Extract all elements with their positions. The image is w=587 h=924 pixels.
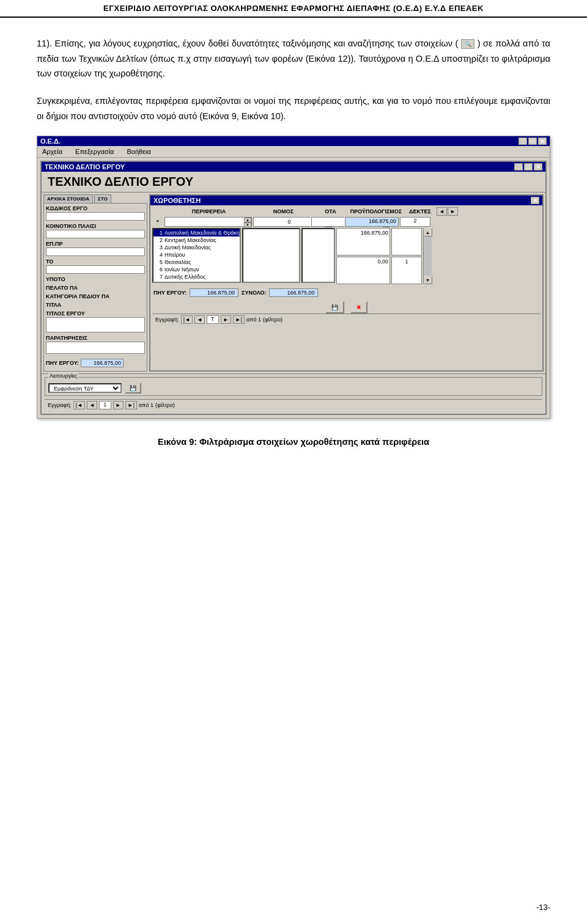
main-nav-prev[interactable]: ◄	[87, 401, 97, 409]
region-item-4[interactable]: 4 Ηπείρου	[153, 251, 240, 258]
main-nav-last[interactable]: ►|	[125, 401, 137, 409]
menu-archeia[interactable]: Αρχεία	[40, 147, 64, 156]
region-item-7[interactable]: 7 Δυτικής Ελλάδος	[153, 273, 240, 280]
main-nav-next[interactable]: ►	[113, 401, 124, 409]
nomos-spinner[interactable]: ▲ ▼	[253, 217, 310, 227]
scroll-up-btn[interactable]: ▲	[424, 228, 432, 237]
totals-row: ΠΗΥ ΕΡΓΟΥ: 166.875,00 ΣΥΝΟΛΟ: 166.875,00	[152, 287, 541, 298]
leitourgia-row: Εμφράνεση ΤΔΥ 💾	[48, 383, 539, 394]
field-paratirisis[interactable]	[46, 342, 145, 354]
leitourgia-group: Λειτουργίες Εμφράνεση ΤΔΥ 💾	[45, 377, 542, 396]
main-nav-first[interactable]: |◄	[73, 401, 85, 409]
xoro-nav-first[interactable]: |◄	[181, 315, 193, 324]
form-row-pelato: ΠΕΛΑΤΟ ΠΑ	[46, 285, 145, 291]
main-nav-from: από 1	[139, 402, 153, 408]
menu-voitheia[interactable]: Βοήθεια	[125, 147, 152, 156]
piy-label-2: ΠΗΥ ΕΡΓΟΥ:	[153, 290, 186, 296]
synolo-value: 166.875,00	[269, 288, 318, 297]
periferia-input[interactable]	[165, 218, 244, 226]
tab-archika[interactable]: ΑΡΧΙΚΑ ΣΤΟΙΧΕΙΑ	[43, 194, 93, 203]
minimize-btn[interactable]: _	[519, 138, 527, 145]
action-buttons: 💾 ✖	[152, 301, 541, 314]
figure-caption: Εικόνα 9: Φιλτράρισμα στοιχείων χωροθέτη…	[37, 437, 550, 447]
ota-spinner[interactable]: ▲ ▼	[311, 217, 344, 227]
proulogi-section: 166.875,00 0,00	[336, 228, 390, 284]
xoro-nav-prev[interactable]: ◄	[194, 315, 205, 324]
field-ep[interactable]	[46, 248, 145, 256]
label-koinotiko: ΚΟΙΝΟΤΙΚΟ ΠΛΑΙΣΙ	[46, 223, 145, 229]
col-ota: ΟΤΑ	[314, 208, 347, 215]
inner-window-controls[interactable]: _ □ ✕	[514, 163, 542, 170]
periferia-spinner-btns[interactable]: ▲ ▼	[244, 218, 251, 226]
close-btn[interactable]: ✕	[538, 138, 547, 145]
spinner-row: * ▲ ▼	[152, 217, 541, 227]
left-totals: ΠΗΥ ΕΡΓΟΥ: 166.875,00	[46, 359, 145, 367]
region-item-6[interactable]: 6 Ιονίων Νήσων	[153, 266, 240, 273]
region-item-3[interactable]: 3 Δυτική Μακεδονίας	[153, 244, 240, 251]
page-number: -13-	[536, 903, 550, 912]
leitourgia-select[interactable]: Εμφράνεση ΤΔΥ	[48, 383, 122, 393]
dektes-nav[interactable]: ◄ ►	[437, 207, 458, 216]
xoro-nav-last[interactable]: ►|	[233, 315, 245, 324]
field-titlos[interactable]	[46, 317, 145, 332]
main-nav-input[interactable]: 1	[99, 401, 111, 409]
inner-title-bar: ΤΕΧΝΙΚΟ ΔΕΛΤΙΟ ΕΡΓΟΥ _ □ ✕	[42, 162, 545, 172]
field-kodikos[interactable]	[46, 212, 145, 221]
proulogi-bot-val: 0,00	[338, 258, 388, 265]
dektes-next-btn[interactable]: ►	[448, 207, 458, 216]
xoro-nav-record[interactable]: T	[207, 315, 219, 324]
form-row-kathigoria: ΚΑΤΗΓΟΡΙΑ ΠΕΔΙΟΥ ΠΑ	[46, 293, 145, 299]
synolo-label: ΣΥΝΟΛΟ:	[242, 290, 266, 296]
xoro-nav-label: Εγγραφή:	[155, 317, 179, 323]
bottom-section: Λειτουργίες Εμφράνεση ΤΔΥ 💾 Εγγραφή: |◄ …	[42, 373, 545, 414]
field-to[interactable]	[46, 265, 145, 274]
main-nav-filter: (φίλτρο)	[155, 402, 175, 408]
region-item-5[interactable]: 5 Θεσσαλίας	[153, 258, 240, 266]
maximize-btn[interactable]: □	[528, 138, 537, 145]
cancel-action-btn[interactable]: ✖	[350, 301, 367, 314]
form-row-ep: ΕΠ.ΠΡ	[46, 241, 145, 256]
scroll-track	[424, 237, 432, 276]
label-pelato: ΠΕΛΑΤΟ ΠΑ	[46, 285, 145, 291]
inner-maximize-btn[interactable]: □	[524, 163, 533, 170]
nomos-list[interactable]	[242, 228, 300, 283]
proulogi-bottom: 0,00	[336, 257, 390, 284]
dektes-prev-btn[interactable]: ◄	[437, 207, 447, 216]
form-row-koinotiko: ΚΟΙΝΟΤΙΚΟ ΠΛΑΙΣΙ	[46, 223, 145, 238]
ota-list[interactable]	[301, 228, 335, 283]
menu-bar: Αρχεία Επεξεργασία Βοήθεια	[37, 146, 550, 158]
region-item-2[interactable]: 2 Κεντρική Μακεδονίας	[153, 237, 240, 244]
region-list[interactable]: 1 Ανατολική Μακεδονία & Θράκη 2 Κεντρική…	[152, 228, 241, 283]
menu-epexergasia[interactable]: Επεξεργασία	[73, 147, 116, 156]
label-ypoto: ΥΠΟΤΟ	[46, 276, 145, 282]
region-item-1[interactable]: 1 Ανατολική Μακεδονία & Θράκη	[153, 229, 240, 237]
spin-up[interactable]: ▲	[244, 218, 251, 222]
scroll-down-btn[interactable]: ▼	[424, 276, 432, 284]
leitourgia-save-btn[interactable]: 💾	[125, 383, 141, 394]
right-scroll[interactable]: ▲ ▼	[423, 228, 432, 284]
xoro-nav-next[interactable]: ►	[221, 315, 231, 324]
row-num: *	[152, 219, 163, 225]
form-row-ypoto: ΥΠΟΤΟ	[46, 276, 145, 282]
spin-down[interactable]: ▼	[244, 222, 251, 227]
field-koinotiko[interactable]	[46, 230, 145, 238]
paragraph-2: Συγκεκριμένα, επιλέγοντας περιφέρεια εμφ…	[37, 94, 550, 123]
xoro-close-btn[interactable]: ✕	[531, 197, 539, 204]
xoro-nav-filter: (φίλτρο)	[263, 317, 282, 323]
inner-minimize-btn[interactable]: _	[514, 163, 523, 170]
periferia-spinner[interactable]: ▲ ▼	[164, 217, 252, 227]
paragraph-1: 11). Επίσης, για λόγους ευχρηστίας, έχου…	[37, 36, 550, 81]
tab-sto[interactable]: ΣΤΟ	[94, 194, 111, 203]
window-controls[interactable]: _ □ ✕	[519, 138, 547, 145]
inner-close-btn[interactable]: ✕	[534, 163, 542, 170]
main-window-title: Ο.Ε.Δ.	[40, 138, 61, 145]
inner-window: ΤΕΧΝΙΚΟ ΔΕΛΤΙΟ ΕΡΓΟΥ _ □ ✕ ΤΕΧΝΙΚΟ ΔΕΛΤΙ…	[40, 161, 547, 415]
piy-label: ΠΗΥ ΕΡΓΟΥ:	[46, 360, 79, 366]
region-item-8[interactable]: 8 Στερεάς Ελλάδος	[153, 280, 240, 283]
label-titlos: ΤΙΤΛΟΣ ΕΡΓΟΥ	[46, 310, 145, 317]
col-periferia: ΠΕΡΙΦΕΡΕΙΑ	[164, 208, 253, 215]
xoro-title-bar: ΧΩΡΟΘΕΤΗΣΗ ✕	[150, 196, 542, 205]
save-action-btn[interactable]: 💾	[325, 301, 344, 314]
left-panel: ΑΡΧΙΚΑ ΣΤΟΙΧΕΙΑ ΣΤΟ ΚΩΔΙΚΟΣ ΕΡΓΟ ΚΟΙΝΟΤΙ…	[43, 194, 147, 372]
label-paratirisis: ΠΑΡΑΤΗΡΗΣΕΙΣ	[46, 335, 145, 341]
